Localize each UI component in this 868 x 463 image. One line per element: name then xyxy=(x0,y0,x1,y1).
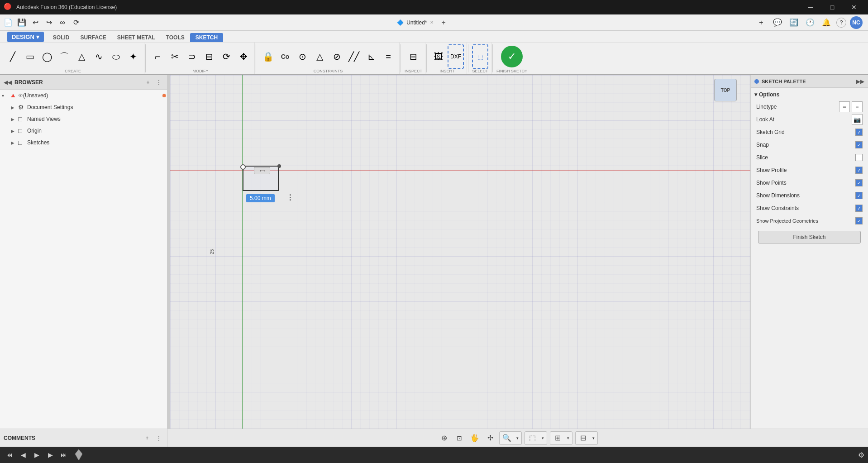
look-at-button[interactable]: 📷 xyxy=(852,114,863,125)
line-tool[interactable]: ╱ xyxy=(5,44,21,69)
close-button[interactable]: ✕ xyxy=(844,0,864,14)
finish-sketch-palette-button[interactable]: Finish Sketch xyxy=(758,231,861,243)
file-button[interactable]: 📄 xyxy=(2,16,14,29)
active-tab[interactable]: 🔷 Untitled* ✕ xyxy=(391,17,439,28)
select-label[interactable]: SELECT xyxy=(472,69,488,74)
parallel-constraint[interactable]: ╱╱ xyxy=(346,44,362,69)
view-style-button[interactable]: ⬚ xyxy=(526,432,539,444)
design-mode-button[interactable]: DESIGN ▾ xyxy=(7,32,44,42)
finish-sketch-button[interactable]: ✓ xyxy=(501,46,523,67)
tab-surface[interactable]: SURFACE xyxy=(75,33,112,42)
grid-arrow[interactable]: ▾ xyxy=(565,432,571,444)
tree-item-doc-settings[interactable]: ▶ ⚙ Document Settings xyxy=(0,101,167,113)
timeline-settings-button[interactable]: ⚙ xyxy=(858,451,864,459)
snap-checkbox[interactable]: ✓ xyxy=(855,141,863,148)
browser-resize-button[interactable]: ⋮ xyxy=(154,78,163,87)
select-tool[interactable]: ⬚ xyxy=(472,44,488,69)
notification-icon[interactable]: 🔔 xyxy=(820,16,833,29)
viewcube[interactable]: TOP xyxy=(714,79,741,106)
zoom-button[interactable]: 🔍 xyxy=(501,432,513,444)
repeat-button[interactable]: ∞ xyxy=(56,16,69,29)
circular-pattern-tool[interactable]: ⟳ xyxy=(218,44,234,69)
slice-checkbox[interactable] xyxy=(855,154,863,161)
viewcube-face[interactable]: TOP xyxy=(714,79,737,101)
move-copy-tool[interactable]: ✥ xyxy=(235,44,252,69)
history-icon[interactable]: 🕐 xyxy=(804,16,816,29)
coincident-constraint[interactable]: 🔒 xyxy=(260,44,276,69)
dimension-menu-button[interactable]: ⋮ xyxy=(286,193,295,202)
undo-button[interactable]: ↩ xyxy=(29,16,42,29)
collinear-constraint[interactable]: Co xyxy=(277,44,293,69)
show-points-checkbox[interactable]: ✓ xyxy=(855,179,863,186)
arc-tool[interactable]: ⌒ xyxy=(56,44,72,69)
perpendicular-constraint[interactable]: ⊾ xyxy=(363,44,379,69)
finish-sketch-label[interactable]: FINISH SKETCH xyxy=(496,69,528,74)
show-dimensions-checkbox[interactable]: ✓ xyxy=(855,192,863,199)
display-button[interactable]: ⊟ xyxy=(577,432,589,444)
display-arrow[interactable]: ▾ xyxy=(590,432,596,444)
user-avatar[interactable]: NC xyxy=(850,16,863,29)
tree-item-sketches[interactable]: ▶ □ Sketches xyxy=(0,137,167,148)
tab-tools[interactable]: TOOLS xyxy=(161,33,190,42)
timeline-next-button[interactable]: ▶ xyxy=(44,449,56,461)
circle-tool[interactable]: ◯ xyxy=(39,44,55,69)
browser-collapse-button[interactable]: ◀◀ xyxy=(4,79,12,86)
sketch-grid-checkbox[interactable]: ✓ xyxy=(855,129,863,136)
modify-label[interactable]: MODIFY xyxy=(193,69,209,74)
trim-tool[interactable]: ✂ xyxy=(167,44,183,69)
refresh-button[interactable]: ⟳ xyxy=(70,16,82,29)
zoom-extent-button[interactable]: ⊡ xyxy=(453,432,466,444)
redo-button[interactable]: ↪ xyxy=(43,16,55,29)
dimension-value-input[interactable]: 5.00 mm xyxy=(246,194,275,202)
tree-eye-unsaved[interactable]: 👁 xyxy=(18,93,23,98)
midpoint-constraint[interactable]: △ xyxy=(311,44,328,69)
mirror-tool[interactable]: ⊟ xyxy=(201,44,217,69)
maximize-button[interactable]: □ xyxy=(822,0,843,14)
sketch-palette-options-header[interactable]: ▾ Options xyxy=(754,91,864,98)
create-label[interactable]: CREATE xyxy=(65,69,81,74)
point-tool[interactable]: ✦ xyxy=(125,44,141,69)
grid-button[interactable]: ⊞ xyxy=(551,432,564,444)
insert-dxf-tool[interactable]: DXF xyxy=(448,44,464,69)
offset-tool[interactable]: ⊃ xyxy=(184,44,200,69)
polygon-tool[interactable]: △ xyxy=(73,44,90,69)
show-profile-checkbox[interactable]: ✓ xyxy=(855,167,863,174)
rectangle-tool[interactable]: ▭ xyxy=(22,44,38,69)
spline-tool[interactable]: ∿ xyxy=(91,44,107,69)
timeline-prev-start-button[interactable]: ⏮ xyxy=(4,449,15,461)
comments-add-button[interactable]: + xyxy=(143,434,152,443)
sync-icon[interactable]: 🔄 xyxy=(787,16,800,29)
minimize-button[interactable]: ─ xyxy=(800,0,821,14)
sketch-palette-collapse-button[interactable]: ▶▶ xyxy=(856,78,864,85)
tree-item-unsaved[interactable]: ▾ 🔺 👁 (Unsaved) ⏺ xyxy=(0,90,167,101)
inspect-tool[interactable]: ⊟ xyxy=(405,44,422,69)
fix-constraint[interactable]: ⊘ xyxy=(329,44,345,69)
constraints-label[interactable]: CONSTRAINTS xyxy=(314,69,343,74)
inspect-label[interactable]: INSPECT xyxy=(405,69,422,74)
show-constraints-checkbox[interactable]: ✓ xyxy=(855,205,863,212)
insert-label[interactable]: INSERT xyxy=(440,69,455,74)
pivot-button[interactable]: ⊕ xyxy=(438,432,450,444)
concentric-constraint[interactable]: ⊙ xyxy=(294,44,310,69)
orbit-button[interactable]: 🖐 xyxy=(468,432,481,444)
tab-sheet-metal[interactable]: SHEET METAL xyxy=(112,33,161,42)
equal-constraint[interactable]: = xyxy=(380,44,396,69)
fillet-tool[interactable]: ⌐ xyxy=(149,44,166,69)
chat-icon[interactable]: 💬 xyxy=(771,16,784,29)
tab-solid[interactable]: SOLID xyxy=(48,33,75,42)
linetype-dashed-button[interactable]: ┅ xyxy=(852,101,863,112)
linetype-solid-button[interactable]: ━ xyxy=(839,101,850,112)
timeline-next-end-button[interactable]: ⏭ xyxy=(58,449,70,461)
zoom-arrow[interactable]: ▾ xyxy=(514,432,520,444)
help-icon[interactable]: ? xyxy=(836,18,846,28)
tree-item-named-views[interactable]: ▶ □ Named Views xyxy=(0,113,167,125)
browser-add-button[interactable]: + xyxy=(143,78,153,87)
add-button[interactable]: + xyxy=(755,16,768,29)
comments-resize-button[interactable]: ⋮ xyxy=(154,434,163,443)
pan-button[interactable]: ✢ xyxy=(484,432,496,444)
save-button[interactable]: 💾 xyxy=(15,16,28,29)
tab-sketch[interactable]: SKETCH xyxy=(190,33,223,42)
tree-item-origin[interactable]: ▶ □ Origin xyxy=(0,125,167,137)
tab-close-button[interactable]: ✕ xyxy=(430,20,434,25)
view-style-arrow[interactable]: ▾ xyxy=(539,432,546,444)
